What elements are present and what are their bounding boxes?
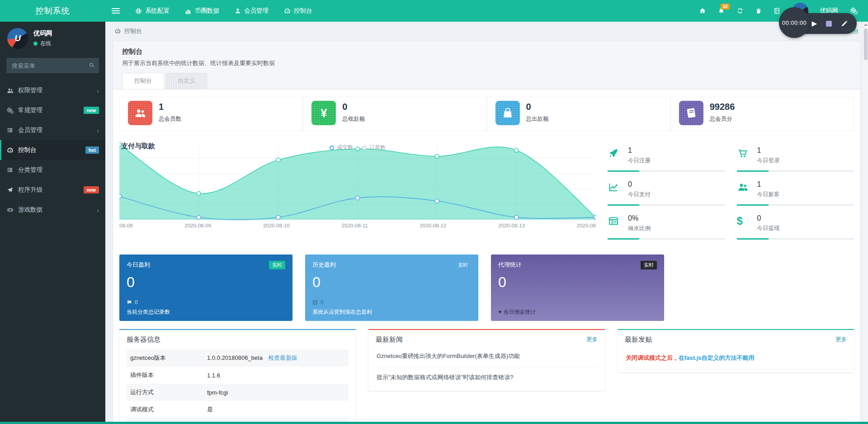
more-link[interactable]: 更多: [586, 336, 598, 344]
chevron-left-icon: ‹: [97, 127, 99, 134]
news-item[interactable]: Gznetceo重磅推出强大的FormBuilder(表单生成器)功能: [376, 346, 598, 367]
nav-label: 控制台: [294, 7, 312, 15]
dashboard-icon: [114, 28, 121, 34]
sidebar-item-upgrade[interactable]: 程序升级 new: [0, 180, 105, 200]
cogs-icon[interactable]: [850, 7, 858, 14]
hamburger-menu-icon[interactable]: [112, 7, 120, 15]
sidebar-item-categories[interactable]: 分类管理: [0, 160, 105, 180]
stat-value: 0: [342, 101, 365, 112]
nav-item-system-config[interactable]: 系统配置: [129, 0, 176, 22]
post-item[interactable]: 关闭调试模式之后，在fast.js自定义的方法不能用: [625, 349, 847, 370]
profit-cards-row: 今日盈利实时 0 0 当前分类总记录数 历史盈利实时 0 0: [119, 254, 854, 321]
stop-icon[interactable]: [826, 21, 832, 27]
mini-stat-logins[interactable]: 1今日登录: [737, 144, 854, 172]
user-icon: [235, 8, 241, 14]
today-stats-grid: 1今日注册 1今日登录 0今日支付: [608, 140, 854, 245]
sidebar-item-general[interactable]: 常规管理 new: [0, 100, 105, 120]
cogs-icon: [6, 107, 18, 114]
mini-stat-payments[interactable]: 0今日支付: [608, 178, 725, 206]
footer-strip: [0, 422, 868, 424]
legend-item-orders[interactable]: 订单数: [362, 144, 386, 151]
scroll-thumb[interactable]: [864, 28, 868, 60]
book-icon: [679, 101, 703, 125]
refresh-icon[interactable]: [736, 7, 744, 14]
chevron-left-icon: ‹: [97, 206, 99, 214]
mini-stat-withdrawals[interactable]: $ 0今日提现: [737, 212, 854, 240]
search-icon[interactable]: [89, 62, 95, 68]
yen-icon: ¥: [311, 101, 336, 125]
line-chart-icon: [608, 180, 622, 198]
play-icon[interactable]: ▶: [811, 19, 817, 28]
shopping-bag-icon: [495, 101, 520, 125]
area-chart[interactable]: [119, 140, 596, 221]
sidebar-item-permissions[interactable]: 权限管理 ‹: [0, 80, 105, 100]
panel-body: 1总会员数 ¥ 0总收款额 0总出款额 99286总会员分: [113, 89, 860, 424]
trash-icon[interactable]: [755, 8, 762, 14]
stat-value: 0: [526, 101, 549, 112]
gamepad-icon: [6, 207, 18, 213]
panel-title: 服务器信息: [127, 335, 160, 344]
page-scrollbar[interactable]: [863, 22, 868, 424]
table-row: gznetceo版本 1.0.0.20180806_beta检查最新版: [127, 349, 349, 367]
bell-icon[interactable]: 10: [718, 7, 725, 14]
stat-cards-row: 1总会员数 ¥ 0总收款额 0总出款额 99286总会员分: [119, 97, 854, 131]
more-link[interactable]: 更多: [835, 336, 847, 344]
card-history-profit[interactable]: 历史盈利实时 0 0 系统从运营到现在总盈利: [305, 254, 478, 321]
sidebar-item-game-data[interactable]: 游戏数据 ‹: [0, 200, 105, 220]
main-content: 控制台 控制台 控制台 用于展示当前系统中的统计数据、统计报表及重要实时数据 控…: [105, 22, 868, 424]
card-value: 0: [127, 275, 285, 289]
nav-item-coin-data[interactable]: 币圈数据: [179, 0, 226, 22]
bottom-panels-row: 服务器信息 gznetceo版本 1.0.0.20180806_beta检查最新…: [119, 329, 854, 424]
nav-item-members[interactable]: 会员管理: [228, 0, 275, 22]
news-item[interactable]: 提示"未知的数据格式或网络错误"时该如何排查错误?: [376, 367, 598, 388]
stat-label: 总收款额: [342, 115, 365, 123]
stat-card-total-paid-out[interactable]: 0总出款额: [487, 97, 670, 131]
dollar-icon: $: [737, 214, 751, 232]
table-icon: [608, 214, 622, 232]
chart-title: 支付与取款: [121, 142, 155, 151]
avatar[interactable]: U: [7, 28, 28, 49]
latest-posts-panel: 最新发贴更多 关闭调试模式之后，在fast.js自定义的方法不能用: [618, 329, 854, 372]
cart-icon: [737, 146, 751, 165]
legend-dot: [362, 146, 367, 150]
search-input[interactable]: [6, 58, 99, 73]
tab-custom[interactable]: 自定义: [165, 73, 208, 89]
heart-icon: ♥: [498, 309, 501, 315]
stat-label: 总会员数: [159, 115, 181, 123]
stat-card-total-received[interactable]: ¥ 0总收款额: [303, 97, 486, 131]
check-latest-link[interactable]: 检查最新版: [268, 354, 297, 361]
home-icon[interactable]: [699, 7, 706, 14]
mini-stat-new-customers[interactable]: 1今日新客: [737, 178, 854, 206]
stat-label: 总会员分: [710, 115, 735, 123]
mini-stat-rake-ratio[interactable]: 0%抽水比例: [608, 212, 725, 240]
realtime-badge: 实时: [269, 261, 285, 269]
top-navbar: 控制系统 系统配置 币圈数据 会员管理 控制台 1: [0, 0, 868, 22]
stat-value: 1: [159, 101, 181, 112]
tab-dashboard[interactable]: 控制台: [122, 73, 164, 89]
currency-box-icon: [312, 300, 318, 305]
nav-item-dashboard[interactable]: 控制台: [278, 0, 319, 22]
pencil-icon[interactable]: [841, 20, 848, 27]
timer-display[interactable]: 00:00:00: [779, 7, 810, 38]
sidebar-item-dashboard[interactable]: 控制台 hot: [0, 140, 105, 160]
mini-stat-registrations[interactable]: 1今日注册: [608, 144, 725, 172]
breadcrumb-current: 控制台: [124, 27, 142, 35]
stat-card-total-points[interactable]: 99286总会员分: [670, 97, 854, 131]
sidebar-item-members[interactable]: 会员管理 ‹: [0, 120, 105, 140]
stat-card-total-members[interactable]: 1总会员数: [119, 97, 303, 131]
address-book-icon[interactable]: [774, 7, 780, 14]
legend-dot: [330, 146, 334, 150]
profile-name: 优码网: [33, 29, 52, 38]
card-agent-stats[interactable]: 代理统计实时 0 ♥当日佣金统计: [491, 254, 664, 321]
card-today-profit[interactable]: 今日盈利实时 0 0 当前分类总记录数: [119, 254, 292, 321]
new-badge: new: [84, 107, 99, 114]
users-icon: [737, 180, 751, 198]
page: 控制系统 系统配置 币圈数据 会员管理 控制台 1: [0, 0, 868, 424]
hot-badge: hot: [85, 146, 99, 154]
legend-item-deals[interactable]: 成交数: [330, 144, 353, 151]
scroll-up-arrow[interactable]: [864, 24, 868, 26]
list-icon: [6, 127, 18, 133]
online-dot: [33, 42, 38, 46]
dashboard-icon: [284, 8, 291, 14]
new-badge: new: [84, 186, 99, 193]
